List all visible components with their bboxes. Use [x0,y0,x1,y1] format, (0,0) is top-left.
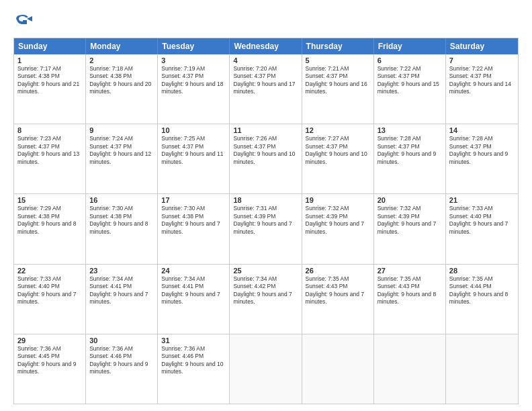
day-number: 18 [233,196,298,204]
day-cell-26: 26Sunrise: 7:35 AMSunset: 4:43 PMDayligh… [302,265,374,334]
cell-info: Sunrise: 7:33 AMSunset: 4:40 PMDaylight:… [449,205,508,234]
day-cell-20: 20Sunrise: 7:32 AMSunset: 4:39 PMDayligh… [374,194,446,263]
day-cell-4: 4Sunrise: 7:20 AMSunset: 4:37 PMDaylight… [230,54,302,124]
day-cell-1: 1Sunrise: 7:17 AMSunset: 4:38 PMDaylight… [14,54,86,124]
logo [13,12,35,31]
day-cell-3: 3Sunrise: 7:19 AMSunset: 4:37 PMDaylight… [158,54,230,124]
day-number: 26 [306,267,370,275]
day-number: 15 [17,196,82,204]
cell-info: Sunrise: 7:35 AMSunset: 4:43 PMDaylight:… [378,275,436,305]
day-number: 21 [449,196,515,204]
header-day-thursday: Thursday [302,38,374,54]
day-number: 30 [89,336,154,345]
header-day-sunday: Sunday [14,38,86,54]
day-cell-22: 22Sunrise: 7:33 AMSunset: 4:40 PMDayligh… [14,265,86,334]
day-cell-13: 13Sunrise: 7:28 AMSunset: 4:37 PMDayligh… [374,124,446,193]
cell-info: Sunrise: 7:23 AMSunset: 4:37 PMDaylight:… [17,135,79,165]
header-day-monday: Monday [86,38,158,54]
header-day-saturday: Saturday [446,38,518,54]
header-day-wednesday: Wednesday [230,38,302,54]
day-number: 6 [378,56,442,64]
cell-info: Sunrise: 7:22 AMSunset: 4:37 PMDaylight:… [378,65,439,95]
day-cell-7: 7Sunrise: 7:22 AMSunset: 4:37 PMDaylight… [446,54,518,124]
day-cell-24: 24Sunrise: 7:34 AMSunset: 4:41 PMDayligh… [158,265,230,334]
cell-info: Sunrise: 7:35 AMSunset: 4:43 PMDaylight:… [306,275,364,305]
cell-info: Sunrise: 7:35 AMSunset: 4:44 PMDaylight:… [449,275,508,305]
day-cell-10: 10Sunrise: 7:25 AMSunset: 4:37 PMDayligh… [158,124,230,193]
cell-info: Sunrise: 7:25 AMSunset: 4:37 PMDaylight:… [161,135,223,165]
day-number: 25 [233,267,298,275]
calendar: SundayMondayTuesdayWednesdayThursdayFrid… [13,38,519,404]
empty-cell [446,334,518,404]
day-cell-27: 27Sunrise: 7:35 AMSunset: 4:43 PMDayligh… [374,265,446,334]
day-number: 19 [306,196,370,204]
cell-info: Sunrise: 7:36 AMSunset: 4:45 PMDaylight:… [17,345,76,375]
empty-cell [230,334,302,404]
day-number: 31 [161,336,226,345]
day-cell-8: 8Sunrise: 7:23 AMSunset: 4:37 PMDaylight… [14,124,86,193]
header [13,12,519,31]
day-number: 27 [378,267,442,275]
cell-info: Sunrise: 7:32 AMSunset: 4:39 PMDaylight:… [378,205,436,234]
day-number: 7 [449,56,515,64]
day-number: 16 [89,196,154,204]
day-number: 12 [306,126,370,134]
day-cell-18: 18Sunrise: 7:31 AMSunset: 4:39 PMDayligh… [230,194,302,263]
calendar-header: SundayMondayTuesdayWednesdayThursdayFrid… [14,38,518,54]
day-number: 24 [161,267,226,275]
day-number: 13 [378,126,442,134]
day-cell-28: 28Sunrise: 7:35 AMSunset: 4:44 PMDayligh… [446,265,518,334]
day-cell-21: 21Sunrise: 7:33 AMSunset: 4:40 PMDayligh… [446,194,518,263]
day-cell-5: 5Sunrise: 7:21 AMSunset: 4:37 PMDaylight… [302,54,374,124]
cell-info: Sunrise: 7:28 AMSunset: 4:37 PMDaylight:… [449,135,508,165]
cell-info: Sunrise: 7:24 AMSunset: 4:37 PMDaylight:… [89,135,151,165]
day-number: 3 [161,56,226,64]
cell-info: Sunrise: 7:30 AMSunset: 4:38 PMDaylight:… [89,205,148,234]
day-number: 28 [449,267,515,275]
day-number: 8 [17,126,82,134]
day-cell-16: 16Sunrise: 7:30 AMSunset: 4:38 PMDayligh… [86,194,158,263]
calendar-row-1: 1Sunrise: 7:17 AMSunset: 4:38 PMDaylight… [14,54,518,124]
cell-info: Sunrise: 7:36 AMSunset: 4:46 PMDaylight:… [89,345,148,375]
day-cell-29: 29Sunrise: 7:36 AMSunset: 4:45 PMDayligh… [14,334,86,404]
day-cell-6: 6Sunrise: 7:22 AMSunset: 4:37 PMDaylight… [374,54,446,124]
day-number: 14 [449,126,515,134]
calendar-body: 1Sunrise: 7:17 AMSunset: 4:38 PMDaylight… [14,54,518,404]
day-number: 20 [378,196,442,204]
calendar-row-3: 15Sunrise: 7:29 AMSunset: 4:38 PMDayligh… [14,193,518,263]
cell-info: Sunrise: 7:20 AMSunset: 4:37 PMDaylight:… [233,65,295,95]
calendar-row-5: 29Sunrise: 7:36 AMSunset: 4:45 PMDayligh… [14,334,518,404]
cell-info: Sunrise: 7:22 AMSunset: 4:37 PMDaylight:… [449,65,511,95]
calendar-row-4: 22Sunrise: 7:33 AMSunset: 4:40 PMDayligh… [14,264,518,334]
day-number: 4 [233,56,298,64]
cell-info: Sunrise: 7:29 AMSunset: 4:38 PMDaylight:… [17,205,76,234]
day-cell-31: 31Sunrise: 7:36 AMSunset: 4:46 PMDayligh… [158,334,230,404]
cell-info: Sunrise: 7:33 AMSunset: 4:40 PMDaylight:… [17,275,76,305]
cell-info: Sunrise: 7:27 AMSunset: 4:37 PMDaylight:… [306,135,367,165]
cell-info: Sunrise: 7:17 AMSunset: 4:38 PMDaylight:… [17,65,79,95]
day-cell-9: 9Sunrise: 7:24 AMSunset: 4:37 PMDaylight… [86,124,158,193]
day-number: 5 [306,56,370,64]
empty-cell [302,334,374,404]
cell-info: Sunrise: 7:34 AMSunset: 4:41 PMDaylight:… [89,275,148,305]
day-number: 10 [161,126,226,134]
page: SundayMondayTuesdayWednesdayThursdayFrid… [0,0,532,411]
day-cell-2: 2Sunrise: 7:18 AMSunset: 4:38 PMDaylight… [86,54,158,124]
day-cell-30: 30Sunrise: 7:36 AMSunset: 4:46 PMDayligh… [86,334,158,404]
logo-icon [13,12,32,31]
day-number: 23 [89,267,154,275]
calendar-row-2: 8Sunrise: 7:23 AMSunset: 4:37 PMDaylight… [14,124,518,193]
cell-info: Sunrise: 7:18 AMSunset: 4:38 PMDaylight:… [89,65,151,95]
cell-info: Sunrise: 7:26 AMSunset: 4:37 PMDaylight:… [233,135,295,165]
cell-info: Sunrise: 7:34 AMSunset: 4:41 PMDaylight:… [161,275,220,305]
cell-info: Sunrise: 7:34 AMSunset: 4:42 PMDaylight:… [233,275,292,305]
day-cell-14: 14Sunrise: 7:28 AMSunset: 4:37 PMDayligh… [446,124,518,193]
cell-info: Sunrise: 7:28 AMSunset: 4:37 PMDaylight:… [378,135,436,165]
day-number: 29 [17,336,82,345]
cell-info: Sunrise: 7:21 AMSunset: 4:37 PMDaylight:… [306,65,367,95]
day-number: 11 [233,126,298,134]
cell-info: Sunrise: 7:30 AMSunset: 4:38 PMDaylight:… [161,205,220,234]
day-number: 2 [89,56,154,64]
empty-cell [374,334,446,404]
cell-info: Sunrise: 7:31 AMSunset: 4:39 PMDaylight:… [233,205,292,234]
